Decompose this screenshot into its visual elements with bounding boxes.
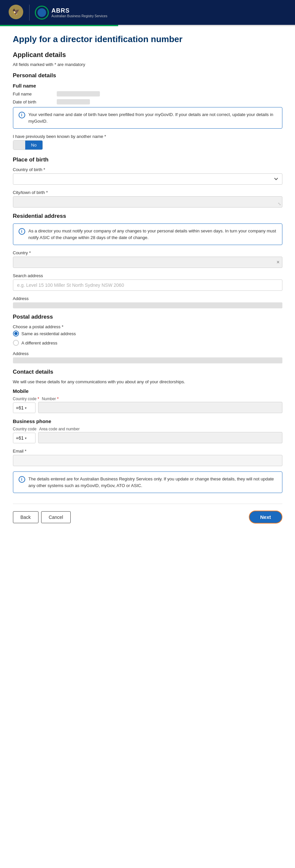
country-clear-button[interactable]: × (276, 259, 279, 265)
header-divider (29, 5, 30, 21)
section-applicant-details: Applicant details (13, 51, 283, 59)
radio-different-circle (13, 340, 19, 346)
main-content: Apply for a director identification numb… (5, 26, 290, 537)
search-address-label: Search address (13, 273, 283, 278)
dob-label: Date of birth (13, 99, 53, 104)
crest-logo: 🦅 (8, 4, 24, 21)
full-name-label: Full name (13, 92, 53, 96)
country-input-wrap: × (13, 257, 283, 268)
address-label: Address (13, 296, 283, 301)
previously-known-label: I have previously been known by another … (13, 134, 283, 139)
info-icon-director: i (19, 228, 25, 235)
address-value (13, 302, 283, 308)
address-block: Address (13, 296, 283, 308)
back-button[interactable]: Back (13, 511, 38, 523)
city-town-input[interactable] (13, 196, 283, 208)
contact-info: We will use these details for any commun… (13, 379, 283, 384)
city-town-label: City/town of birth * (13, 190, 283, 195)
abrs-title: ABRS (52, 7, 107, 14)
toggle-no[interactable] (13, 141, 25, 150)
subsection-postal-address: Postal address (13, 314, 283, 320)
bp-cc-sublabel: Country code (13, 427, 36, 431)
dob-value (57, 99, 90, 104)
field-group-full-name: Full name (13, 83, 283, 89)
mobile-number-input[interactable] (38, 402, 283, 413)
info-box-prefilled: i Your verified name and date of birth h… (13, 107, 283, 129)
subsection-residential-address: Residential address (13, 213, 283, 219)
city-input-wrap: ⤡ (13, 196, 283, 208)
postal-option-same[interactable]: Same as residential address (13, 331, 283, 337)
country-of-birth-label: Country of birth * (13, 167, 283, 172)
full-name-value (57, 91, 100, 96)
country-of-birth-select[interactable] (13, 174, 283, 185)
info-text-director: As a director you must notify your compa… (29, 228, 277, 241)
choose-postal-block: Choose a postal address * Same as reside… (13, 324, 283, 346)
header: 🦅 ABRS Australian Business Registry Serv… (0, 0, 295, 25)
info-box-details: i The details entered are for Australian… (13, 471, 283, 493)
bp-cc-chevron: ▾ (25, 436, 27, 440)
country-of-birth-select-wrap (13, 174, 283, 185)
subsection-place-of-birth: Place of birth (13, 156, 283, 163)
choose-postal-label: Choose a postal address * (13, 324, 283, 329)
mobile-sub-labels: Country code * Number * (13, 397, 283, 401)
crest-icon: 🦅 (8, 4, 24, 20)
postal-option-different-label: A different address (22, 341, 57, 345)
abrs-circle-inner (37, 8, 46, 17)
bp-input-row: +61 ▾ (13, 432, 283, 443)
bp-number-input[interactable] (38, 432, 283, 443)
city-town-block: City/town of birth * ⤡ (13, 190, 283, 208)
mobile-cc-chevron: ▾ (25, 406, 27, 410)
country-label: Country * (13, 250, 283, 255)
country-of-birth-block: Country of birth * (13, 167, 283, 185)
country-block: Country * × (13, 250, 283, 268)
abrs-subtitle: Australian Business Registry Services (52, 14, 107, 18)
subsection-personal-details: Personal details (13, 72, 283, 79)
previously-known-block: I have previously been known by another … (13, 134, 283, 151)
mandatory-note: All fields marked with * are mandatory (13, 62, 283, 67)
mobile-label: Mobile (13, 388, 283, 394)
bp-sub-labels: Country code Area code and number (13, 427, 283, 431)
cancel-button[interactable]: Cancel (41, 511, 71, 523)
bp-cc-value: +61 (16, 435, 24, 441)
mobile-input-row: +61 ▾ (13, 402, 283, 413)
abrs-branding: ABRS Australian Business Registry Servic… (35, 6, 107, 20)
bp-area-sublabel: Area code and number (39, 427, 283, 431)
mobile-cc-selector[interactable]: +61 ▾ (13, 403, 35, 413)
postal-address-label: Address (13, 351, 283, 356)
email-input[interactable] (13, 455, 283, 466)
next-button[interactable]: Next (249, 510, 283, 524)
previously-known-toggle[interactable]: No (13, 140, 43, 150)
postal-address-block: Address (13, 351, 283, 363)
info-icon-prefilled: i (19, 112, 25, 118)
search-address-input[interactable] (13, 279, 283, 291)
business-phone-block: Business phone Country code Area code an… (13, 418, 283, 443)
info-box-director: i As a director you must notify your com… (13, 223, 283, 245)
postal-address-value (13, 358, 283, 363)
search-address-block: Search address (13, 273, 283, 291)
mobile-block: Mobile Country code * Number * +61 ▾ (13, 388, 283, 413)
radio-same-circle (13, 331, 19, 337)
toggle-yes[interactable]: No (25, 141, 43, 150)
email-block: Email * (13, 448, 283, 466)
svg-text:🦅: 🦅 (12, 8, 20, 16)
mobile-cc-value: +61 (16, 405, 24, 410)
footer-left: Back Cancel (13, 511, 71, 523)
business-phone-label: Business phone (13, 418, 283, 424)
postal-option-same-label: Same as residential address (22, 331, 76, 336)
bp-cc-selector[interactable]: +61 ▾ (13, 433, 35, 443)
full-name-row: Full name (13, 91, 283, 96)
info-icon-details: i (19, 476, 25, 483)
info-text-prefilled: Your verified name and date of birth hav… (29, 112, 277, 124)
info-text-details: The details entered are for Australian B… (29, 476, 277, 489)
footer-buttons: Back Cancel Next (13, 504, 283, 524)
email-label: Email * (13, 448, 283, 454)
abrs-text-block: ABRS Australian Business Registry Servic… (52, 7, 107, 18)
subsection-contact-details: Contact details (13, 369, 283, 375)
page-title: Apply for a director identification numb… (13, 34, 283, 44)
mobile-cc-sublabel: Country code * (13, 397, 39, 401)
country-input[interactable] (13, 257, 283, 268)
dob-row: Date of birth (13, 99, 283, 104)
resize-icon: ⤡ (278, 202, 281, 206)
abrs-circle-icon (35, 6, 49, 20)
postal-option-different[interactable]: A different address (13, 340, 283, 346)
